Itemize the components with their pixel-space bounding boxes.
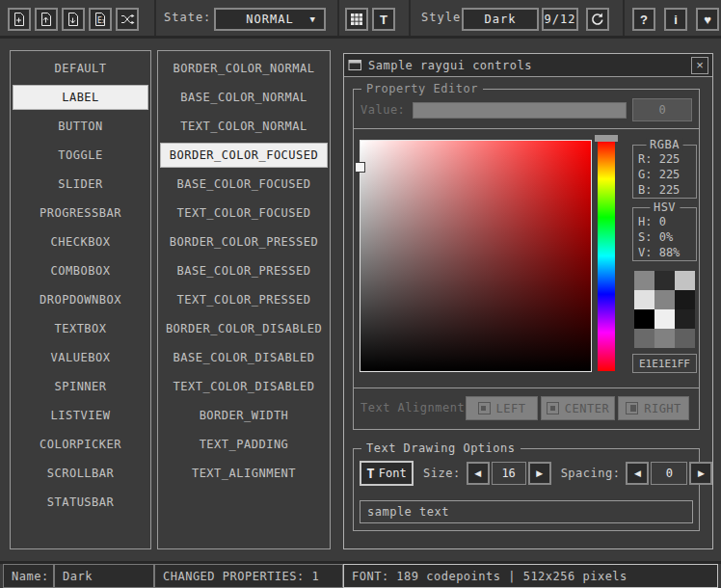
font-button[interactable]: T Font xyxy=(360,461,414,486)
style-color-swatch xyxy=(634,290,654,309)
grid-icon xyxy=(349,12,364,27)
controls-list-item-label: VALUEBOX xyxy=(51,351,111,364)
controls-list-item[interactable]: SLIDER xyxy=(11,170,150,199)
hsv-h-value: H: 0 xyxy=(633,214,696,229)
properties-list-item-label: TEXT_COLOR_PRESSED xyxy=(176,293,310,307)
value-box-text: 0 xyxy=(658,103,665,117)
help-button[interactable]: ? xyxy=(632,8,655,31)
right-arrow-icon: ▶ xyxy=(536,468,543,478)
controls-list-item[interactable]: LISTVIEW xyxy=(11,401,150,430)
style-color-swatch xyxy=(634,329,654,348)
state-dropdown[interactable]: NORMAL ▼ xyxy=(214,8,326,31)
controls-list-item[interactable]: BUTTON xyxy=(11,112,150,141)
hue-bar[interactable] xyxy=(598,141,615,371)
controls-list-item[interactable]: SPINNER xyxy=(11,372,150,401)
style-color-swatch xyxy=(634,271,654,290)
properties-list-item[interactable]: TEXT_PADDING xyxy=(158,430,330,459)
save-style-button[interactable] xyxy=(62,8,85,31)
controls-list-item[interactable]: CHECKBOX xyxy=(11,227,150,256)
grid-toggle-button[interactable] xyxy=(345,8,368,31)
new-style-button[interactable] xyxy=(8,8,31,31)
controls-list-item-label: TEXTBOX xyxy=(54,322,106,335)
text-alignment-label: Text Alignment: xyxy=(360,396,472,420)
font-info-text: FONT: 189 codepoints | 512x256 pixels xyxy=(352,570,628,583)
style-color-swatch xyxy=(654,329,675,348)
sponsor-button[interactable]: ♥ xyxy=(696,8,719,31)
separator-line xyxy=(353,388,700,388)
controls-list-item[interactable]: DROPDOWNBOX xyxy=(11,285,150,314)
controls-list-item[interactable]: COMBOBOX xyxy=(11,256,150,285)
properties-list-item[interactable]: TEXT_COLOR_PRESSED xyxy=(158,285,330,314)
hsv-s-value: S: 0% xyxy=(633,229,696,245)
controls-list-item-label: STATUSBAR xyxy=(47,495,115,509)
properties-list-item[interactable]: BASE_COLOR_PRESSED xyxy=(158,256,330,285)
properties-list-item-label: TEXT_ALIGNMENT xyxy=(192,467,296,480)
properties-list-item[interactable]: TEXT_ALIGNMENT xyxy=(158,459,330,488)
properties-list-item-label: BASE_COLOR_NORMAL xyxy=(180,91,307,104)
controls-list-item-label: PROGRESSBAR xyxy=(40,206,121,220)
style-index-box[interactable]: 9/12 xyxy=(542,8,578,31)
style-index-value: 9/12 xyxy=(545,13,576,26)
spacing-decrease-button[interactable]: ◀ xyxy=(626,462,649,485)
properties-list-item[interactable]: TEXT_COLOR_FOCUSED xyxy=(158,199,330,227)
controls-list-item-label: LISTVIEW xyxy=(51,409,111,422)
text-edit-toggle-button[interactable]: T xyxy=(372,8,395,31)
style-color-swatch xyxy=(654,309,675,329)
hsv-v-value: V: 88% xyxy=(633,245,696,260)
controls-list-item[interactable]: DEFAULT xyxy=(11,54,150,83)
properties-list-item-label: TEXT_PADDING xyxy=(200,438,289,451)
properties-list-item-label: TEXT_COLOR_NORMAL xyxy=(180,120,307,133)
properties-list-item[interactable]: BORDER_COLOR_NORMAL xyxy=(158,54,330,83)
style-color-swatch xyxy=(654,290,675,309)
rgba-b-value: B: 225 xyxy=(633,182,696,198)
controls-list-item[interactable]: LABEL xyxy=(13,85,148,110)
color-picker-cursor[interactable] xyxy=(355,162,365,173)
spacing-increase-button[interactable]: ▶ xyxy=(689,462,712,485)
align-center-button: CENTER xyxy=(541,396,615,420)
hue-bar-cursor[interactable] xyxy=(595,135,618,142)
properties-list-item[interactable]: BASE_COLOR_NORMAL xyxy=(158,83,330,112)
load-style-button[interactable] xyxy=(35,8,58,31)
controls-list-item[interactable]: TEXTBOX xyxy=(11,314,150,343)
window-close-button[interactable]: × xyxy=(691,57,708,74)
shuffle-icon xyxy=(120,12,135,27)
name-label-text: Name: xyxy=(12,570,49,583)
style-name-input[interactable]: Dark xyxy=(54,564,154,588)
reload-style-button[interactable] xyxy=(586,8,609,31)
color-picker-panel[interactable] xyxy=(360,140,592,372)
controls-list-item[interactable]: SCROLLBAR xyxy=(11,459,150,488)
size-value-box[interactable]: 16 xyxy=(492,462,526,485)
properties-list-item[interactable]: BORDER_COLOR_FOCUSED xyxy=(160,143,328,168)
properties-list-item[interactable]: BASE_COLOR_DISABLED xyxy=(158,343,330,372)
hex-color-input[interactable]: E1E1E1FF xyxy=(632,354,697,373)
controls-list-item-label: SCROLLBAR xyxy=(47,467,115,480)
export-style-button[interactable]: E xyxy=(89,8,112,31)
properties-list-item[interactable]: TEXT_COLOR_DISABLED xyxy=(158,372,330,401)
value-box: 0 xyxy=(632,98,692,121)
controls-list-item[interactable]: PROGRESSBAR xyxy=(11,199,150,227)
style-name-button[interactable]: Dark xyxy=(462,8,539,31)
properties-list-item-label: TEXT_COLOR_FOCUSED xyxy=(176,206,310,220)
properties-list-item[interactable]: BORDER_COLOR_DISABLED xyxy=(158,314,330,343)
style-color-swatch xyxy=(675,329,695,348)
controls-list-item[interactable]: VALUEBOX xyxy=(11,343,150,372)
properties-list-item[interactable]: BASE_COLOR_FOCUSED xyxy=(158,170,330,199)
text-drawing-options-title: Text Drawing Options xyxy=(361,441,521,455)
left-arrow-icon: ◀ xyxy=(634,468,641,478)
style-color-swatches xyxy=(634,271,695,348)
properties-list-item[interactable]: TEXT_COLOR_NORMAL xyxy=(158,112,330,141)
controls-list-item[interactable]: COLORPICKER xyxy=(11,430,150,459)
properties-list-item[interactable]: BORDER_WIDTH xyxy=(158,401,330,430)
controls-list-item[interactable]: STATUSBAR xyxy=(11,488,150,517)
controls-list-item[interactable]: TOGGLE xyxy=(11,141,150,170)
spacing-value-box[interactable]: 0 xyxy=(651,462,687,485)
random-style-button[interactable] xyxy=(116,8,139,31)
size-value: 16 xyxy=(501,467,515,480)
font-button-label: Font xyxy=(379,467,407,480)
about-button[interactable]: i xyxy=(664,8,687,31)
properties-list-item[interactable]: BORDER_COLOR_PRESSED xyxy=(158,227,330,256)
size-decrease-button[interactable]: ◀ xyxy=(467,462,490,485)
size-increase-button[interactable]: ▶ xyxy=(528,462,551,485)
sample-text-input[interactable]: sample text xyxy=(360,500,693,523)
font-t-icon: T xyxy=(366,466,374,481)
